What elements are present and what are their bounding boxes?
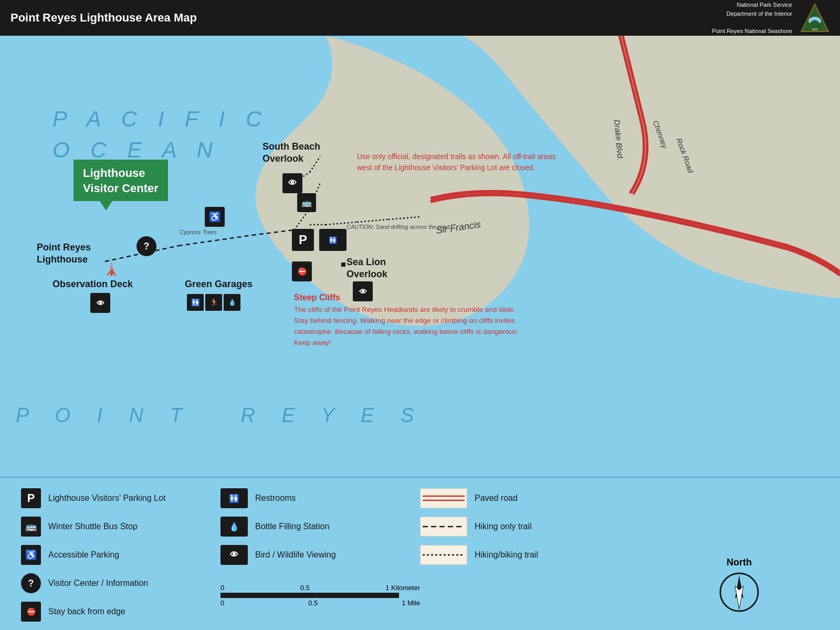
header: Point Reyes Lighthouse Area Map National… [0, 0, 840, 36]
legend-hiking-trail-icon [420, 517, 467, 537]
sea-lion-overlook-label: Sea Lion Overlook [346, 256, 387, 281]
legend-shuttle-icon: 🚌 [21, 517, 41, 537]
legend: P Lighthouse Visitors' Parking Lot 🚌 Win… [0, 477, 840, 629]
chimney-rock-road-label: Chimney [652, 119, 669, 149]
south-beach-overlook-icon: 👁 [282, 173, 302, 193]
visitor-info-icon-map: ? [136, 236, 156, 256]
nps-badge-icon: NPS [800, 3, 830, 33]
drake-blvd-label: Drake Blvd. [613, 119, 625, 161]
sea-lion-icon: 👁 [353, 281, 373, 301]
restrooms-icon-map: 🚻 [319, 229, 346, 251]
legend-wildlife-label: Bird / Wildlife Viewing [255, 550, 336, 560]
svg-line-15 [388, 217, 420, 219]
legend-accessible-icon: ♿ [21, 545, 41, 565]
svg-line-8 [294, 209, 310, 230]
legend-restrooms-label: Restrooms [255, 494, 296, 503]
legend-stay-back-icon: ⛔ [21, 602, 41, 622]
green-garages-icons: 🚻 🏃 💧 [187, 294, 240, 311]
legend-paved-road-icon [420, 488, 467, 508]
observation-deck-icon: 👁 [90, 293, 110, 313]
point-reyes-lighthouse-label: Point Reyes Lighthouse [37, 242, 91, 266]
legend-parking: P Lighthouse Visitors' Parking Lot [21, 488, 220, 508]
legend-hiking-trail: Hiking only trail [420, 517, 659, 537]
map-title: Point Reyes Lighthouse Area Map [10, 11, 197, 25]
scale-bar: 0 0.5 1 Kilometer 0 0.5 1 Mile [220, 584, 420, 607]
steep-cliffs-title: Steep Cliffs [294, 293, 340, 302]
legend-visitor-info: ? Visitor Center / Information [21, 573, 220, 593]
legend-visitor-info-label: Visitor Center / Information [48, 579, 148, 588]
legend-bottle: 💧 Bottle Filling Station [220, 517, 420, 537]
observation-deck-label: Observation Deck [52, 278, 133, 290]
legend-shuttle: 🚌 Winter Shuttle Bus Stop [21, 517, 220, 537]
svg-text:NPS: NPS [812, 28, 818, 31]
north-label: North [727, 557, 752, 568]
map-area: P A C I F I C O C E A N P O I N T R E Y … [0, 36, 840, 477]
north-arrow-icon [718, 571, 760, 613]
sea-lion-dot [341, 262, 345, 267]
svg-line-6 [215, 235, 252, 240]
chimney-rock-road-label2: Rock Road [675, 137, 695, 174]
svg-line-7 [252, 230, 294, 235]
legend-stay-back: ⛔ Stay back from edge [21, 602, 220, 622]
stay-back-icon-map: ⛔ [292, 261, 312, 281]
legend-parking-label: Lighthouse Visitors' Parking Lot [48, 494, 165, 503]
svg-line-14 [357, 219, 388, 222]
shuttle-bus-icon-map: 🚌 [297, 193, 316, 212]
lighthouse-visitor-center-label: Lighthouse Visitor Center [74, 160, 168, 201]
legend-accessible: ♿ Accessible Parking [21, 545, 220, 565]
legend-visitor-info-icon: ? [21, 573, 41, 593]
legend-hiking-biking-label: Hiking/biking trail [475, 550, 538, 560]
accessible-parking-icon-map: ♿ [205, 207, 225, 227]
legend-hiking-biking-icon [420, 545, 467, 565]
legend-stay-back-label: Stay back from edge [48, 607, 125, 616]
cypress-label: Cypress Trees [180, 229, 217, 235]
legend-paved-road-label: Paved road [475, 494, 518, 503]
legend-column-3: Paved road Hiking only trail Hiking/biki… [420, 488, 659, 618]
south-beach-overlook-label: South Beach Overlook [262, 141, 320, 165]
trail-warning: Use only official, designated trails as … [357, 151, 556, 173]
legend-column-4: North [659, 488, 819, 618]
legend-parking-icon: P [21, 488, 41, 508]
legend-shuttle-label: Winter Shuttle Bus Stop [48, 522, 138, 531]
parking-icon-map: P [292, 229, 314, 251]
steep-cliffs-warning: The cliffs of the Point Reyes Headlands … [294, 304, 520, 349]
legend-bottle-icon: 💧 [220, 517, 248, 537]
point-reyes-water-label: P O I N T R E Y E S [16, 404, 424, 427]
legend-bottle-label: Bottle Filling Station [255, 522, 329, 531]
legend-column-1: P Lighthouse Visitors' Parking Lot 🚌 Win… [21, 488, 220, 618]
legend-column-2: 🚻 Restrooms 💧 Bottle Filling Station 👁 B… [220, 488, 420, 618]
legend-wildlife-icon: 👁 [220, 545, 248, 565]
svg-line-5 [178, 240, 215, 246]
sir-francis-road-label: Sir Francis [435, 219, 481, 236]
legend-paved-road: Paved road [420, 488, 659, 508]
pacific-ocean-label: P A C I F I C O C E A N [52, 104, 269, 166]
legend-restrooms-icon: 🚻 [220, 488, 248, 508]
legend-hiking-trail-label: Hiking only trail [475, 522, 531, 531]
nps-info: National Park Service Department of the … [712, 1, 792, 35]
legend-accessible-label: Accessible Parking [48, 550, 119, 560]
header-right: National Park Service Department of the … [712, 1, 830, 35]
green-garages-label: Green Garages [185, 278, 253, 290]
legend-hiking-biking-trail: Hiking/biking trail [420, 545, 659, 565]
legend-restrooms: 🚻 Restrooms [220, 488, 420, 508]
legend-wildlife: 👁 Bird / Wildlife Viewing [220, 545, 420, 565]
lighthouse-icon-map: 🗼 [103, 260, 120, 277]
